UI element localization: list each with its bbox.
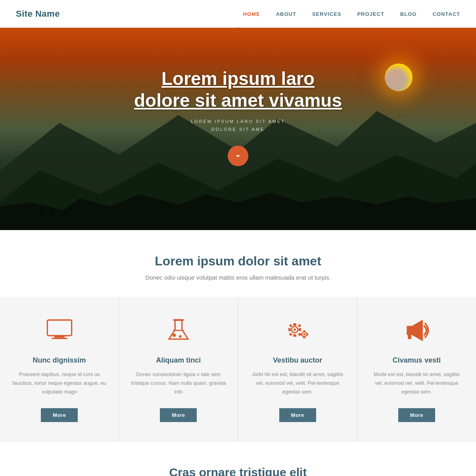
svg-rect-30 bbox=[407, 326, 412, 335]
nav-link-project[interactable]: PROJECT bbox=[357, 11, 384, 17]
card-3-description: Jorbi rbi est est, blandit sit amet, sag… bbox=[250, 370, 345, 396]
card-4-title: Civamus vesti bbox=[369, 356, 464, 365]
svg-rect-4 bbox=[40, 208, 43, 216]
megaphone-icon bbox=[369, 317, 464, 348]
site-name: Site Name bbox=[16, 9, 60, 19]
card-4-more-button[interactable]: More bbox=[398, 408, 435, 422]
svg-rect-20 bbox=[289, 324, 292, 327]
flask-svg bbox=[165, 317, 192, 344]
svg-rect-16 bbox=[293, 323, 296, 326]
svg-rect-7 bbox=[47, 320, 71, 336]
monitor-svg bbox=[46, 317, 73, 344]
card-1-more-button[interactable]: More bbox=[41, 408, 78, 422]
card-4: Civamus vesti Morbi est est, blandit sit… bbox=[357, 297, 476, 442]
flask-icon bbox=[131, 317, 226, 348]
intro-title: Lorem ipsum dolor sit amet bbox=[16, 254, 460, 269]
svg-rect-19 bbox=[299, 328, 301, 331]
svg-point-13 bbox=[179, 335, 182, 338]
svg-rect-31 bbox=[408, 335, 412, 339]
svg-rect-27 bbox=[303, 337, 305, 338]
hero-scroll-button[interactable] bbox=[228, 146, 248, 166]
megaphone-svg bbox=[403, 317, 430, 344]
nav-link-home[interactable]: HOME bbox=[243, 11, 260, 17]
svg-point-25 bbox=[303, 334, 305, 336]
gears-svg bbox=[284, 317, 311, 344]
intro-description: Donec odio uisque volutpat mattis eros u… bbox=[16, 274, 460, 281]
nav-link-contact[interactable]: CONTACT bbox=[432, 11, 460, 17]
card-2: Aliquam tinci Donec consectetuer ligula … bbox=[119, 297, 238, 442]
svg-rect-9 bbox=[52, 338, 67, 339]
nav-item-blog[interactable]: BLOG bbox=[400, 10, 417, 17]
svg-rect-6 bbox=[63, 209, 67, 217]
svg-rect-28 bbox=[300, 333, 302, 336]
svg-rect-26 bbox=[303, 330, 305, 332]
svg-point-12 bbox=[173, 334, 176, 337]
nav-item-services[interactable]: SERVICES bbox=[312, 10, 342, 17]
svg-point-15 bbox=[294, 328, 296, 331]
svg-rect-18 bbox=[288, 328, 291, 331]
card-1-description: Praesent dapibus, neque id curs us fauci… bbox=[12, 370, 107, 396]
svg-rect-29 bbox=[307, 333, 308, 336]
bottom-title: Cras ornare tristique elit bbox=[16, 466, 460, 476]
nav-item-about[interactable]: ABOUT bbox=[276, 10, 296, 17]
nav-links: HOME ABOUT SERVICES PROJECT BLOG CONTACT bbox=[243, 10, 460, 17]
svg-rect-8 bbox=[54, 336, 65, 338]
gears-icon bbox=[250, 317, 345, 348]
card-4-description: Morbi est est, blandit sit amet, sagitti… bbox=[369, 370, 464, 396]
card-1-title: Nunc dignissim bbox=[12, 356, 107, 365]
hero-content: Lorem ipsum laro dolore sit amet vivamus… bbox=[134, 68, 342, 166]
svg-rect-21 bbox=[298, 324, 301, 327]
svg-rect-5 bbox=[52, 208, 55, 216]
navbar: Site Name HOME ABOUT SERVICES PROJECT BL… bbox=[0, 0, 476, 28]
nav-item-home[interactable]: HOME bbox=[243, 10, 260, 17]
card-3: Vestibu auctor Jorbi rbi est est, blandi… bbox=[238, 297, 357, 442]
card-2-title: Aliquam tinci bbox=[131, 356, 226, 365]
card-3-more-button[interactable]: More bbox=[279, 408, 316, 422]
card-3-title: Vestibu auctor bbox=[250, 356, 345, 365]
arrow-down-icon bbox=[234, 152, 242, 160]
nav-item-project[interactable]: PROJECT bbox=[357, 10, 384, 17]
intro-section: Lorem ipsum dolor sit amet Donec odio ui… bbox=[0, 230, 476, 297]
cards-section: Nunc dignissim Praesent dapibus, neque i… bbox=[0, 297, 476, 442]
hero-subtitle: LOREM IPSUM LARO SIT AMET DOLORE SIT AME bbox=[134, 118, 342, 134]
hero-section: Lorem ipsum laro dolore sit amet vivamus… bbox=[0, 28, 476, 230]
nav-link-blog[interactable]: BLOG bbox=[400, 11, 417, 17]
nav-link-services[interactable]: SERVICES bbox=[312, 11, 342, 17]
hero-sun bbox=[385, 63, 413, 91]
card-2-more-button[interactable]: More bbox=[160, 408, 197, 422]
bottom-section: Cras ornare tristique elit Donec odio ui… bbox=[0, 442, 476, 476]
nav-item-contact[interactable]: CONTACT bbox=[432, 10, 460, 17]
nav-link-about[interactable]: ABOUT bbox=[276, 11, 296, 17]
hero-title: Lorem ipsum laro dolore sit amet vivamus bbox=[134, 68, 342, 111]
monitor-icon bbox=[12, 317, 107, 348]
card-1: Nunc dignissim Praesent dapibus, neque i… bbox=[0, 297, 119, 442]
svg-rect-17 bbox=[293, 334, 296, 337]
svg-rect-22 bbox=[289, 333, 292, 336]
card-2-description: Donec consectetuer ligula v tate sem tri… bbox=[131, 370, 226, 396]
svg-rect-11 bbox=[173, 319, 184, 321]
